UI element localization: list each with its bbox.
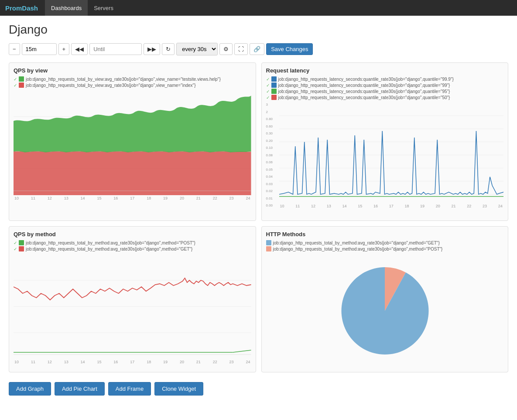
http-methods-title: HTTP Methods — [266, 231, 504, 238]
legend-item: ✓ job:django_http_requests_latency_secon… — [266, 76, 504, 82]
refresh-button[interactable]: ↻ — [162, 43, 175, 55]
gear-button[interactable]: ⚙ — [219, 43, 233, 55]
swatch-salmon — [266, 246, 271, 251]
qps-by-method-chart: 101112131415161718192021222324 — [14, 254, 251, 368]
swatch-blue — [266, 240, 271, 245]
charts-grid: QPS by view ✓ job:django_http_requests_t… — [9, 62, 508, 372]
legend-item: ✓ job:django_http_requests_total_by_meth… — [14, 246, 251, 251]
add-frame-button[interactable]: Add Frame — [108, 382, 151, 396]
swatch-red — [19, 246, 24, 251]
qps-by-method-panel: QPS by method ✓ job:django_http_requests… — [9, 226, 256, 372]
swatch-red — [19, 83, 24, 88]
check-icon: ✓ — [14, 241, 17, 245]
fullscreen-button[interactable]: ⛶ — [234, 43, 248, 55]
page-title: Django — [9, 23, 508, 37]
request-latency-title: Request latency — [266, 67, 504, 74]
legend-item: ✓ job:django_http_requests_latency_secon… — [266, 95, 504, 100]
qps-by-view-title: QPS by view — [14, 67, 251, 74]
legend-label: job:django_http_requests_total_by_method… — [26, 241, 195, 245]
svg-line-16 — [233, 350, 251, 352]
legend-item: job:django_http_requests_total_by_method… — [266, 246, 504, 251]
legend-label: job:django_http_requests_latency_seconds… — [278, 83, 450, 88]
navbar: PromDash Dashboards Servers — [0, 0, 517, 16]
check-icon: ✓ — [14, 247, 17, 251]
legend-label: job:django_http_requests_latency_seconds… — [278, 77, 454, 82]
legend-item: ✓ job:django_http_requests_total_by_view… — [14, 76, 251, 82]
swatch-green — [19, 76, 24, 82]
swatch-blue — [271, 76, 277, 82]
qps-by-view-panel: QPS by view ✓ job:django_http_requests_t… — [9, 62, 256, 221]
fast-forward-button[interactable]: ▶▶ — [144, 43, 160, 55]
until-input[interactable] — [89, 43, 142, 55]
check-icon: ✓ — [266, 83, 270, 88]
legend-item: ✓ job:django_http_requests_total_by_meth… — [14, 240, 251, 245]
clone-widget-button[interactable]: Clone Widget — [154, 382, 203, 396]
save-changes-button[interactable]: Save Changes — [266, 43, 313, 55]
legend-label: job:django_http_requests_total_by_method… — [273, 241, 440, 245]
qps-by-method-legend: ✓ job:django_http_requests_total_by_meth… — [14, 240, 251, 251]
http-methods-legend: job:django_http_requests_total_by_method… — [266, 240, 504, 251]
swatch-green — [19, 240, 24, 245]
add-graph-button[interactable]: Add Graph — [9, 382, 51, 396]
legend-label: job:django_http_requests_total_by_method… — [26, 247, 192, 251]
legend-label: job:django_http_requests_latency_seconds… — [278, 89, 450, 94]
legend-item: ✓ job:django_http_requests_latency_secon… — [266, 83, 504, 88]
qps-by-view-chart: 101112131415161718192021222324 — [14, 90, 251, 204]
nav-dashboards[interactable]: Dashboards — [45, 0, 88, 16]
toolbar: − + ◀◀ ▶▶ ↻ every 30s every 1m every 5m … — [9, 43, 508, 55]
interval-select[interactable]: every 30s every 1m every 5m — [176, 43, 218, 55]
legend-label: job:django_http_requests_latency_seconds… — [278, 95, 450, 100]
minus-button[interactable]: − — [9, 43, 20, 55]
check-icon: ✓ — [266, 95, 270, 100]
request-latency-panel: Request latency ✓ job:django_http_reques… — [261, 62, 509, 221]
page-content: Django − + ◀◀ ▶▶ ↻ every 30s every 1m ev… — [0, 16, 517, 405]
brand[interactable]: PromDash — [5, 4, 38, 12]
rewind-button[interactable]: ◀◀ — [71, 43, 88, 55]
request-latency-legend: ✓ job:django_http_requests_latency_secon… — [266, 76, 504, 100]
swatch-green — [271, 89, 277, 94]
legend-item: ✓ job:django_http_requests_latency_secon… — [266, 89, 504, 94]
qps-by-method-title: QPS by method — [14, 231, 251, 238]
check-icon: ✓ — [14, 83, 17, 88]
nav-servers[interactable]: Servers — [88, 0, 120, 16]
plus-button[interactable]: + — [58, 43, 70, 55]
check-icon: ✓ — [14, 77, 17, 82]
link-button[interactable]: 🔗 — [250, 43, 264, 55]
check-icon: ✓ — [266, 89, 270, 94]
legend-label: job:django_http_requests_total_by_view:a… — [26, 77, 221, 82]
legend-label: job:django_http_requests_total_by_view:a… — [26, 83, 195, 88]
legend-item: ✓ job:django_http_requests_total_by_view… — [14, 83, 251, 88]
legend-label: job:django_http_requests_total_by_method… — [273, 247, 443, 251]
add-pie-chart-button[interactable]: Add Pie Chart — [55, 382, 105, 396]
bottom-toolbar: Add Graph Add Pie Chart Add Frame Clone … — [9, 378, 508, 398]
legend-item: job:django_http_requests_total_by_method… — [266, 240, 504, 245]
pie-chart — [266, 254, 504, 368]
http-methods-panel: HTTP Methods job:django_http_requests_to… — [261, 226, 509, 372]
request-latency-chart: 320.800.600.300.200.100.080.060.050.040.… — [266, 103, 504, 216]
interval-input[interactable] — [22, 43, 57, 55]
check-icon: ✓ — [266, 77, 270, 82]
swatch-red — [271, 95, 277, 100]
qps-by-view-legend: ✓ job:django_http_requests_total_by_view… — [14, 76, 251, 88]
swatch-blue — [271, 83, 277, 88]
